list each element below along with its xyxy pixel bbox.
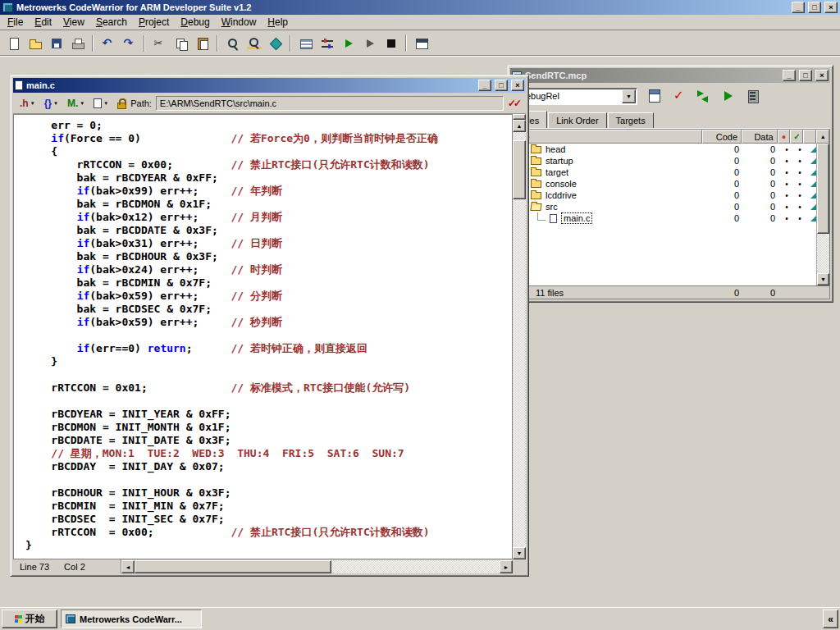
open-icon[interactable]	[25, 34, 45, 53]
code-line: // 星期，MON:1 TUE:2 WED:3 THU:4 FRI:5 SAT:…	[25, 447, 512, 460]
print-icon[interactable]	[67, 34, 88, 53]
document-info-popup[interactable]: ▼	[91, 98, 111, 109]
editor-minimize-button[interactable]: _	[478, 80, 491, 91]
stop-icon[interactable]	[381, 34, 401, 53]
editor-horizontal-scrollbar[interactable]: ◄ ►	[121, 560, 513, 573]
find-icon[interactable]	[222, 34, 243, 53]
file-row-startup[interactable]: startup00	[511, 155, 829, 167]
scroll-down-icon[interactable]: ▼	[513, 547, 526, 559]
debug-icon[interactable]	[338, 34, 358, 53]
lock-icon[interactable]	[115, 97, 126, 109]
menu-edit[interactable]: Edit	[29, 15, 57, 30]
column-header-code[interactable]: Code	[702, 130, 742, 144]
paste-icon[interactable]	[192, 34, 212, 53]
path-field[interactable]: E:\ARM\SendRTC\src\main.c	[156, 96, 504, 111]
editor-body: err = 0; if(Force == 0) // 若Force为0，则判断当…	[13, 114, 526, 559]
touched-dot-icon	[793, 213, 806, 223]
menu-view[interactable]: View	[57, 15, 90, 30]
code-line: rRTCCON = 0x00; // 禁止RTC接口(只允许RTC计数和读数)	[25, 526, 512, 539]
project-scroll-down-icon[interactable]: ▼	[817, 273, 829, 285]
app-maximize-button[interactable]: □	[808, 2, 821, 13]
document-icon	[94, 98, 102, 108]
tray-collapse-button[interactable]: «	[823, 609, 838, 628]
scroll-track[interactable]	[513, 132, 526, 547]
file-row-src[interactable]: src00	[511, 201, 829, 212]
code-line	[25, 473, 512, 486]
save-icon[interactable]	[46, 34, 66, 53]
column-header-file[interactable]: File	[511, 130, 702, 144]
menu-project[interactable]: Project	[133, 15, 175, 30]
project-scrollbar-thumb[interactable]	[817, 144, 829, 234]
file-row-head[interactable]: head00	[511, 144, 829, 155]
hscrollbar-thumb[interactable]	[135, 560, 331, 573]
taskbar-task-button[interactable]: Metrowerks CodeWarr...	[61, 609, 202, 628]
project-vertical-scrollbar[interactable]: ▼	[816, 144, 829, 285]
make-icon[interactable]	[295, 34, 316, 53]
target-selector[interactable]: DebugRel ▼	[514, 88, 637, 105]
app-close-button[interactable]: ×	[824, 2, 838, 13]
project-scroll-up-icon[interactable]: ▲	[816, 130, 829, 144]
app-titlebar[interactable]: Metrowerks CodeWarrior for ARM Developer…	[0, 0, 840, 15]
new-icon[interactable]	[3, 34, 24, 53]
inspector-icon[interactable]	[646, 88, 664, 104]
target-selector-dropdown-icon[interactable]: ▼	[622, 89, 636, 103]
functions-popup[interactable]: {}▼	[42, 97, 61, 110]
undo-icon[interactable]	[98, 34, 118, 53]
settings-icon[interactable]	[317, 34, 337, 53]
file-name: src	[546, 202, 558, 212]
cut-icon[interactable]	[149, 34, 170, 53]
toolbar-separator	[405, 35, 407, 52]
run-icon[interactable]	[719, 88, 737, 104]
column-header-data[interactable]: Data	[742, 130, 778, 144]
menu-search[interactable]: Search	[90, 15, 133, 30]
tab-link-order[interactable]: Link Order	[548, 112, 606, 128]
editor-vertical-scrollbar[interactable]: ▲ ▼	[513, 114, 526, 559]
scrollbar-thumb[interactable]	[513, 140, 526, 199]
tab-targets[interactable]: Targets	[608, 112, 654, 128]
project-minimize-button[interactable]: _	[783, 70, 796, 81]
folder-open-icon	[530, 203, 541, 211]
menu-window[interactable]: Window	[216, 15, 262, 30]
window-list-icon[interactable]	[411, 34, 431, 53]
scroll-up-icon[interactable]: ▲	[513, 120, 526, 132]
scroll-left-icon[interactable]: ◄	[121, 560, 135, 573]
file-row-main-c[interactable]: main.c00	[511, 212, 829, 224]
project-maximize-button[interactable]: □	[799, 70, 812, 81]
sync-icon[interactable]	[670, 88, 688, 104]
make-icon[interactable]	[695, 88, 713, 104]
memory-icon[interactable]	[744, 88, 762, 104]
toolbar-separator	[290, 35, 291, 52]
code-area[interactable]: err = 0; if(Force == 0) // 若Force为0，则判断当…	[13, 114, 513, 559]
code-line: rRTCCON = 0x00; // 禁止RTC接口(只允许RTC计数和读数)	[25, 158, 512, 171]
scroll-right-icon[interactable]: ►	[500, 560, 513, 573]
file-row-console[interactable]: console00	[511, 178, 829, 189]
checkmark-column-icon[interactable]: ✓	[790, 130, 803, 144]
run-icon[interactable]	[359, 34, 380, 53]
code-line: bak = rBCDSEC & 0x7F;	[25, 303, 512, 316]
find-in-files-icon[interactable]	[244, 34, 264, 53]
file-row-lcddrive[interactable]: lcddrive00	[511, 189, 829, 201]
app-minimize-button[interactable]: _	[792, 2, 805, 13]
hscroll-track[interactable]	[135, 560, 500, 573]
editor-titlebar[interactable]: main.c _ □ ×	[13, 78, 526, 93]
header-files-popup[interactable]: .h▼	[17, 97, 38, 110]
copy-icon[interactable]	[171, 34, 191, 53]
editor-maximize-button[interactable]: □	[495, 80, 508, 91]
arrow-column-header	[803, 130, 816, 144]
chevron-down-icon: ▼	[53, 101, 58, 106]
file-row-target[interactable]: target00	[511, 167, 829, 178]
redo-icon[interactable]	[119, 34, 139, 53]
project-titlebar[interactable]: SendRTC.mcp _ □ ×	[510, 68, 830, 83]
code-line: if(bak>0x59) err++; // 秒判断	[25, 316, 512, 329]
browser-icon[interactable]	[265, 34, 285, 53]
split-pane-handle[interactable]	[513, 114, 526, 120]
menu-debug[interactable]: Debug	[175, 15, 215, 30]
editor-close-button[interactable]: ×	[511, 80, 524, 91]
project-close-button[interactable]: ×	[815, 70, 829, 81]
markers-popup[interactable]: M.▼	[65, 97, 87, 110]
start-button[interactable]: 开始	[2, 609, 57, 628]
menu-file[interactable]: File	[2, 15, 29, 30]
menu-help[interactable]: Help	[262, 15, 294, 30]
project-file-table: File Code Data ● ✓ ▲ head00startup00targ…	[510, 129, 830, 299]
debug-column-icon[interactable]: ●	[778, 130, 791, 144]
